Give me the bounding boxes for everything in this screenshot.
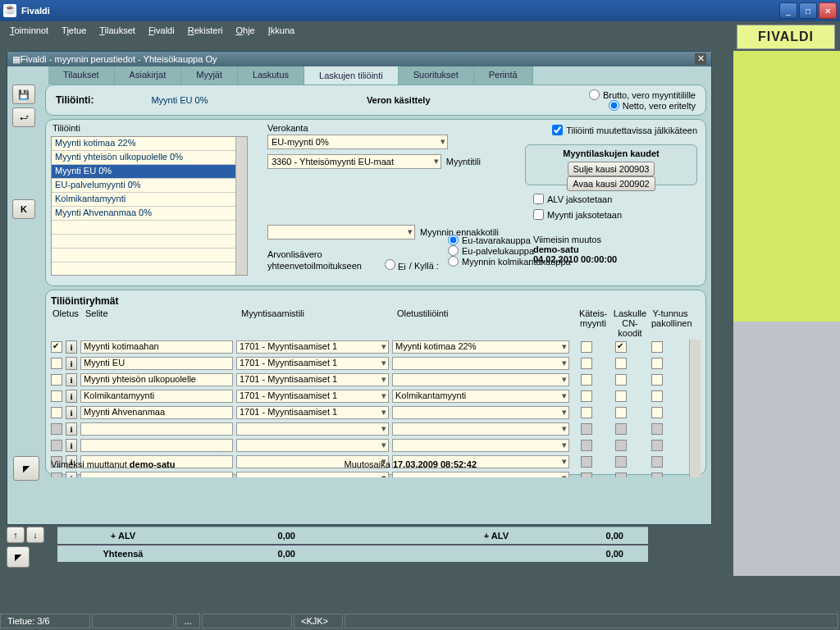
tab-asiakirjat[interactable]: Asiakirjat: [115, 66, 182, 84]
ennakkotili-combo[interactable]: [267, 225, 415, 240]
checkbox-alv-jaksotetaan[interactable]: ALV jaksotetaan: [533, 194, 697, 204]
radio-eu-palvelukauppa[interactable]: Eu-palvelukauppa: [448, 245, 587, 256]
checkbox-oletus[interactable]: [51, 341, 62, 353]
info-button[interactable]: i: [66, 357, 77, 370]
myyntisaamistili-combo[interactable]: 1701 - Myyntisaamiset 1: [236, 373, 389, 386]
radio-ei[interactable]: Ei: [385, 259, 406, 272]
checkbox-kateis[interactable]: [581, 358, 592, 369]
myyntisaamistili-combo[interactable]: 1701 - Myyntisaamiset 1: [236, 357, 389, 370]
back-button[interactable]: ⮐: [12, 107, 35, 127]
menu-tietue[interactable]: Tietue: [57, 24, 91, 37]
wing-icon[interactable]: ◤: [13, 456, 39, 481]
listbox-scrollbar[interactable]: [235, 137, 247, 275]
checkbox-laskulle[interactable]: [615, 472, 627, 477]
checkbox-ytunnus[interactable]: [651, 407, 663, 418]
radio-netto[interactable]: Netto, vero eritelty: [589, 100, 696, 111]
selite-cell[interactable]: Myynti Ahvenanmaa: [80, 406, 233, 419]
avaa-kausi-button[interactable]: Avaa kausi 200902: [567, 176, 655, 191]
checkbox-oletus[interactable]: [51, 390, 62, 402]
checkbox-oletus[interactable]: [51, 358, 62, 369]
checkbox-laskulle[interactable]: [615, 358, 627, 369]
myyntisaamistili-combo[interactable]: [236, 472, 389, 477]
menu-fivaldi[interactable]: Fivaldi: [144, 24, 180, 37]
checkbox-oletus[interactable]: [51, 423, 62, 435]
myyntisaamistili-combo[interactable]: 1701 - Myyntisaamiset 1: [236, 340, 389, 354]
checkbox-ytunnus[interactable]: [651, 440, 663, 451]
sulje-kausi-button[interactable]: Sulje kausi 200903: [568, 162, 655, 176]
myyntisaamistili-combo[interactable]: [236, 422, 389, 436]
oletustiliointi-combo[interactable]: Kolmikantamyynti: [392, 390, 569, 403]
oletustiliointi-combo[interactable]: [392, 472, 569, 477]
checkbox-oletus[interactable]: [51, 472, 62, 477]
menu-ikkuna[interactable]: Ikkuna: [263, 24, 299, 37]
checkbox-ytunnus[interactable]: [651, 374, 663, 386]
grid-scrollbar[interactable]: [689, 340, 701, 477]
oletustiliointi-combo[interactable]: [392, 439, 569, 452]
checkbox-laskulle[interactable]: [615, 374, 627, 386]
checkbox-kateis[interactable]: [581, 472, 592, 477]
myyntitili-combo[interactable]: 3360 - Yhteisömyynti EU-maat: [267, 154, 441, 169]
checkbox-oletus[interactable]: [51, 407, 62, 418]
menu-ohje[interactable]: Ohje: [231, 24, 259, 37]
radio-brutto[interactable]: Brutto, vero myyntitilille: [589, 89, 696, 100]
menu-rekisteri[interactable]: Rekisteri: [183, 24, 228, 37]
save-button[interactable]: 💾: [12, 84, 35, 104]
selite-cell[interactable]: Kolmikantamyynti: [80, 390, 233, 403]
menu-tilaukset[interactable]: Tilaukset: [94, 24, 140, 37]
checkbox-ytunnus[interactable]: [651, 472, 663, 477]
checkbox-oletus[interactable]: [51, 374, 62, 386]
checkbox-kateis[interactable]: [581, 423, 592, 435]
myyntisaamistili-combo[interactable]: 1701 - Myyntisaamiset 1: [236, 390, 389, 403]
info-button[interactable]: i: [66, 373, 77, 386]
down-button[interactable]: ↓: [26, 527, 44, 543]
close-button[interactable]: ✕: [819, 2, 837, 19]
checkbox-ytunnus[interactable]: [651, 341, 663, 353]
list-item[interactable]: Myynti EU 0%: [52, 165, 247, 179]
checkbox-laskulle[interactable]: [615, 407, 627, 418]
up-button[interactable]: ↑: [7, 527, 25, 543]
selite-cell[interactable]: Myynti yhteisön ulkopuolelle: [80, 373, 233, 386]
selite-cell[interactable]: Myynti EU: [80, 357, 233, 370]
oletustiliointi-combo[interactable]: [392, 357, 569, 370]
checkbox-ytunnus[interactable]: [651, 358, 663, 369]
maximize-button[interactable]: □: [799, 2, 817, 19]
tab-tilaukset[interactable]: Tilaukset: [48, 66, 115, 84]
checkbox-tilioiniti-muutettavissa[interactable]: Tiliöinti muutettavissa jälkikäteen: [552, 125, 697, 135]
checkbox-myynti-jaksotetaan[interactable]: Myynti jaksotetaan: [533, 209, 697, 220]
menu-toiminnot[interactable]: Toiminnot: [5, 24, 53, 37]
checkbox-laskulle[interactable]: [615, 423, 627, 435]
radio-eu-tavarakauppa[interactable]: Eu-tavarakauppa: [448, 235, 587, 245]
checkbox-laskulle[interactable]: [615, 341, 627, 353]
status-dots[interactable]: ...: [176, 614, 200, 628]
myyntisaamistili-combo[interactable]: 1701 - Myyntisaamiset 1: [236, 406, 389, 419]
tab-myyjat[interactable]: Myyjät: [181, 66, 238, 84]
selite-cell[interactable]: [80, 422, 233, 436]
tab-laskutus[interactable]: Laskutus: [238, 66, 304, 84]
info-button[interactable]: i: [66, 340, 77, 354]
tilioiniti-listbox[interactable]: Myynti kotimaa 22%Myynti yhteisön ulkopu…: [51, 136, 248, 276]
checkbox-oletus[interactable]: [51, 440, 62, 451]
oletustiliointi-combo[interactable]: [392, 406, 569, 419]
tab-laskujen-tilioiniti[interactable]: Laskujen tiliöinti: [304, 66, 399, 84]
selite-cell[interactable]: [80, 439, 233, 452]
checkbox-ytunnus[interactable]: [651, 390, 663, 402]
list-item[interactable]: Myynti yhteisön ulkopuolelle 0%: [52, 151, 247, 165]
minimize-button[interactable]: _: [779, 2, 797, 19]
checkbox-kateis[interactable]: [581, 407, 592, 418]
k-button[interactable]: K: [12, 199, 35, 219]
checkbox-ytunnus[interactable]: [651, 423, 663, 435]
oletustiliointi-combo[interactable]: [392, 373, 569, 386]
oletustiliointi-combo[interactable]: Myynti kotimaa 22%: [392, 340, 569, 354]
subwindow-close-button[interactable]: ✕: [695, 53, 706, 65]
list-item[interactable]: EU-palvelumyynti 0%: [52, 179, 247, 193]
info-button[interactable]: i: [66, 472, 77, 477]
tab-perinta[interactable]: Perintä: [474, 66, 533, 84]
checkbox-laskulle[interactable]: [615, 390, 627, 402]
selite-cell[interactable]: Myynti kotimaahan: [80, 340, 233, 354]
list-item[interactable]: Myynti Ahvenanmaa 0%: [52, 207, 247, 221]
checkbox-kateis[interactable]: [581, 374, 592, 386]
checkbox-laskulle[interactable]: [615, 440, 627, 451]
verokanta-combo[interactable]: EU-myynti 0%: [267, 135, 448, 149]
list-item[interactable]: Myynti kotimaa 22%: [52, 137, 247, 151]
checkbox-kateis[interactable]: [581, 341, 592, 353]
